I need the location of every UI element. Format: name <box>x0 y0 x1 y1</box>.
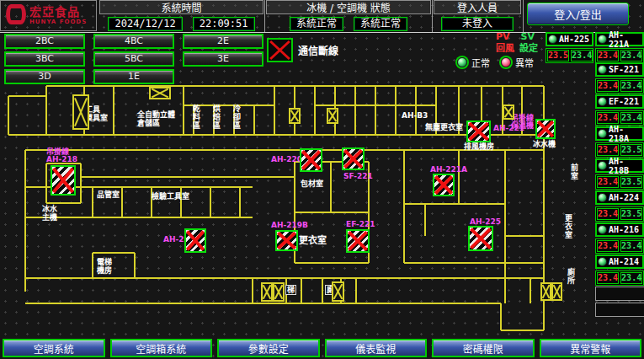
unit-name-label: AH-216 <box>609 225 639 234</box>
unit-values: 23.423.5 <box>595 142 644 158</box>
nav-button-密碼權限[interactable]: 密碼權限 <box>432 339 535 357</box>
sidebar-unit-AH-216: AH-21623.423.4 <box>595 222 644 254</box>
unit-pv-value: 23.4 <box>597 176 619 188</box>
sidebar-unit-AH-214: AH-21423.423.4 <box>595 255 644 286</box>
unit-name-button[interactable]: AH-218B <box>595 158 644 173</box>
unit-pv-value: 23.4 <box>597 208 619 220</box>
unit-values: 23.423.5 <box>595 206 644 222</box>
unit-status-led-icon <box>598 161 607 170</box>
unit-name-label: AH-221A <box>609 30 641 49</box>
unit-sv-value: 23.4 <box>620 112 642 124</box>
unit-sv-value: 23.5 <box>620 208 642 220</box>
unit-status-led-icon <box>598 97 607 106</box>
unit-sv-value: 23.4 <box>620 240 642 252</box>
unit-sv-value: 23.4 <box>620 272 642 284</box>
unit-name-label: AH-225 <box>559 35 589 44</box>
empty-unit-slot <box>595 303 644 317</box>
unit-name-label: AH-214 <box>609 257 639 266</box>
sidebar-unit-EF-221: EF-22123.423.4 <box>595 94 644 126</box>
unit-status-led-icon <box>598 257 607 266</box>
unit-sidebar: AH-22523.523.4AH-221A23.423.4SF-22123.42… <box>0 0 644 359</box>
bottom-nav: 空調系統空調箱系統參數設定儀表監視密碼權限異常警報 <box>3 339 641 357</box>
sidebar-unit-AH-225: AH-22523.523.4 <box>546 32 593 63</box>
unit-name-label: EF-221 <box>609 97 639 106</box>
nav-button-儀表監視[interactable]: 儀表監視 <box>325 339 428 357</box>
unit-values: 23.423.5 <box>595 174 644 190</box>
unit-name-button[interactable]: AH-224 <box>595 190 644 205</box>
unit-pv-value: 23.4 <box>597 112 619 124</box>
hmi-screen: 宏亞食品 HUNYA FOODS 系統時間 2024/12/12 22:09:5… <box>0 0 644 359</box>
nav-button-參數設定[interactable]: 參數設定 <box>217 339 320 357</box>
unit-sv-value: 23.4 <box>571 50 593 62</box>
empty-unit-slot <box>595 287 644 301</box>
unit-status-led-icon <box>598 193 607 202</box>
unit-pv-value: 23.4 <box>597 50 619 62</box>
nav-button-異常警報[interactable]: 異常警報 <box>540 339 642 357</box>
unit-sv-value: 23.4 <box>620 50 642 62</box>
unit-name-button[interactable]: AH-216 <box>595 222 644 237</box>
unit-sv-value: 23.5 <box>620 144 642 156</box>
unit-name-button[interactable]: SF-221 <box>595 62 644 77</box>
unit-pv-value: 23.4 <box>597 240 619 252</box>
unit-name-label: AH-224 <box>609 193 639 202</box>
unit-name-button[interactable]: EF-221 <box>595 94 644 109</box>
unit-pv-value: 23.4 <box>597 272 619 284</box>
unit-status-led-icon <box>598 129 607 138</box>
sidebar-unit-AH-224: AH-22423.423.5 <box>595 190 644 222</box>
unit-values: 23.523.4 <box>546 48 593 63</box>
nav-button-空調系統[interactable]: 空調系統 <box>3 339 105 357</box>
unit-name-label: AH-218A <box>609 125 641 143</box>
unit-name-button[interactable]: AH-214 <box>595 255 644 269</box>
unit-status-led-icon <box>598 65 607 74</box>
unit-sv-value: 23.5 <box>620 176 642 188</box>
unit-status-led-icon <box>548 35 557 44</box>
sidebar-unit-AH-221A: AH-221A23.423.4 <box>595 32 644 63</box>
unit-name-button[interactable]: AH-225 <box>546 32 593 46</box>
unit-values: 23.423.4 <box>595 238 644 254</box>
unit-name-label: AH-218B <box>609 157 641 175</box>
unit-pv-value: 23.4 <box>597 80 619 92</box>
unit-name-button[interactable]: AH-221A <box>595 32 644 46</box>
unit-values: 23.423.4 <box>595 110 644 126</box>
unit-sv-value: 23.4 <box>620 80 642 92</box>
unit-pv-value: 23.5 <box>547 50 569 62</box>
unit-values: 23.423.4 <box>595 271 644 286</box>
nav-button-空調箱系統[interactable]: 空調箱系統 <box>110 339 213 357</box>
sidebar-unit-AH-218B: AH-218B23.423.5 <box>595 158 644 190</box>
sidebar-unit-AH-218A: AH-218A23.423.5 <box>595 126 644 158</box>
unit-name-label: SF-221 <box>609 65 639 74</box>
unit-pv-value: 23.4 <box>597 144 619 156</box>
unit-name-button[interactable]: AH-218A <box>595 126 644 141</box>
unit-status-led-icon <box>598 35 607 44</box>
unit-status-led-icon <box>598 225 607 234</box>
unit-values: 23.423.4 <box>595 48 644 63</box>
sidebar-unit-SF-221: SF-22123.423.4 <box>595 62 644 94</box>
unit-values: 23.423.4 <box>595 78 644 94</box>
